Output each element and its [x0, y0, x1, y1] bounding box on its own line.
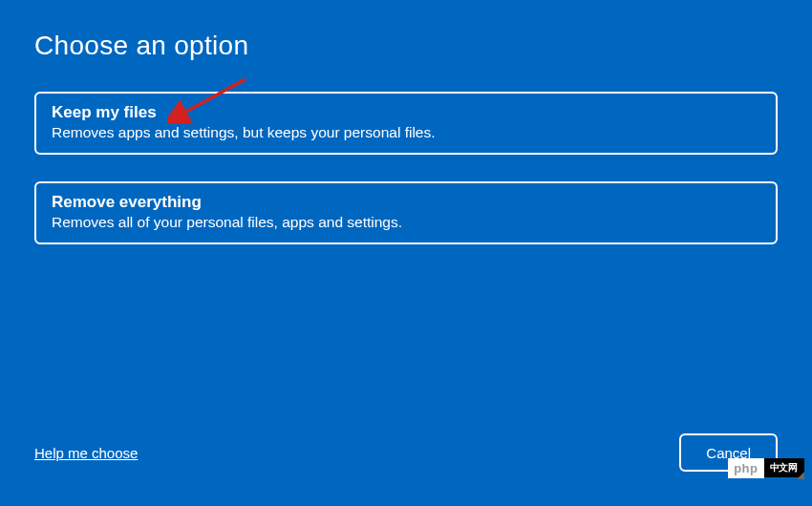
option-keep-my-files[interactable]: Keep my files Removes apps and settings,…: [34, 92, 778, 155]
option-description: Removes apps and settings, but keeps you…: [52, 124, 760, 141]
page-title: Choose an option: [34, 31, 778, 61]
help-me-choose-link[interactable]: Help me choose: [34, 445, 138, 461]
options-list: Keep my files Removes apps and settings,…: [34, 92, 778, 244]
watermark: php 中文网: [728, 456, 804, 479]
option-title: Keep my files: [52, 103, 760, 122]
option-description: Removes all of your personal files, apps…: [52, 214, 760, 231]
option-title: Remove everything: [52, 193, 760, 212]
watermark-left: php: [728, 458, 763, 478]
option-remove-everything[interactable]: Remove everything Removes all of your pe…: [34, 181, 778, 244]
